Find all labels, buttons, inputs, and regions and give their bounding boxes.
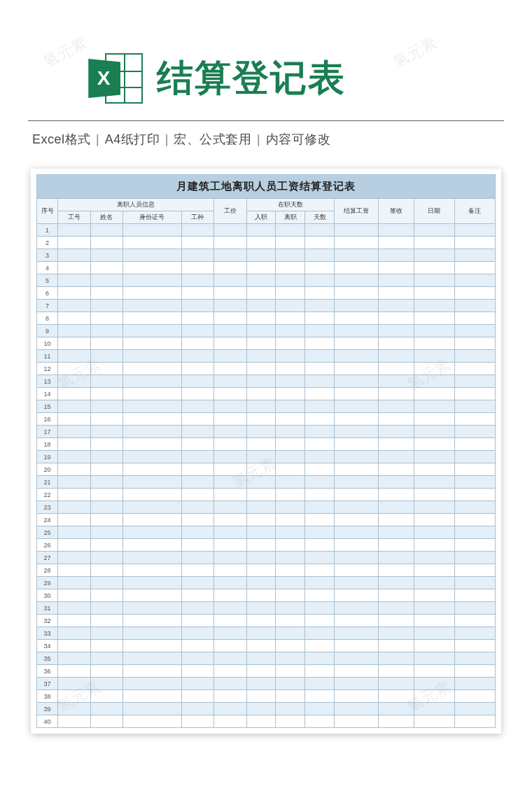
empty-cell [414, 249, 454, 262]
empty-cell [181, 262, 214, 274]
table-body: 1234567891011121314151617181920212223242… [37, 224, 496, 728]
empty-cell [334, 237, 378, 249]
empty-cell [276, 300, 305, 312]
empty-cell [123, 526, 182, 539]
empty-cell [90, 501, 122, 514]
empty-cell [378, 690, 414, 703]
table-row: 35 [37, 652, 496, 665]
empty-cell [276, 501, 305, 514]
row-number: 25 [37, 526, 58, 539]
empty-cell [246, 438, 276, 451]
empty-cell [246, 652, 276, 665]
row-number: 37 [37, 678, 58, 690]
empty-cell [246, 602, 276, 615]
empty-cell [58, 665, 90, 678]
empty-cell [378, 426, 414, 438]
empty-cell [414, 678, 454, 690]
empty-cell [214, 375, 246, 388]
empty-cell [305, 489, 335, 501]
empty-cell [378, 615, 414, 627]
empty-cell [334, 564, 378, 577]
empty-cell [58, 224, 90, 237]
empty-cell [305, 514, 335, 526]
empty-cell [334, 514, 378, 526]
empty-cell [276, 426, 305, 438]
empty-cell [181, 287, 214, 300]
table-row: 24 [37, 514, 496, 526]
empty-cell [305, 602, 335, 615]
empty-cell [454, 501, 495, 514]
empty-cell [414, 426, 454, 438]
empty-cell [214, 400, 246, 413]
empty-cell [378, 274, 414, 287]
empty-cell [414, 337, 454, 350]
empty-cell [123, 312, 182, 325]
empty-cell [454, 426, 495, 438]
row-number: 11 [37, 350, 58, 363]
empty-cell [214, 274, 246, 287]
row-number: 22 [37, 489, 58, 501]
empty-cell [181, 375, 214, 388]
empty-cell [378, 350, 414, 363]
empty-cell [58, 400, 90, 413]
empty-cell [123, 237, 182, 249]
empty-cell [276, 274, 305, 287]
empty-cell [123, 262, 182, 274]
empty-cell [305, 627, 335, 640]
empty-cell [276, 652, 305, 665]
empty-cell [90, 224, 122, 237]
empty-cell [378, 678, 414, 690]
row-number: 7 [37, 300, 58, 312]
empty-cell [414, 539, 454, 552]
empty-cell [305, 262, 335, 274]
empty-cell [378, 363, 414, 375]
empty-cell [378, 287, 414, 300]
empty-cell [454, 489, 495, 501]
empty-cell [334, 400, 378, 413]
meta-sep: | [96, 132, 99, 146]
empty-cell [181, 463, 214, 476]
row-number: 27 [37, 552, 58, 564]
table-row: 33 [37, 627, 496, 640]
empty-cell [414, 715, 454, 728]
empty-cell [58, 652, 90, 665]
empty-cell [214, 388, 246, 400]
row-number: 33 [37, 627, 58, 640]
empty-cell [454, 526, 495, 539]
empty-cell [181, 476, 214, 489]
empty-cell [305, 350, 335, 363]
empty-cell [123, 678, 182, 690]
empty-cell [334, 703, 378, 715]
empty-cell [90, 652, 122, 665]
empty-cell [90, 552, 122, 564]
row-number: 29 [37, 577, 58, 589]
empty-cell [214, 325, 246, 337]
empty-cell [454, 715, 495, 728]
empty-cell [414, 388, 454, 400]
empty-cell [123, 627, 182, 640]
empty-cell [334, 489, 378, 501]
empty-cell [214, 300, 246, 312]
empty-cell [181, 577, 214, 589]
empty-cell [246, 287, 276, 300]
empty-cell [214, 577, 246, 589]
meta-sep: | [257, 132, 260, 146]
empty-cell [454, 678, 495, 690]
empty-cell [90, 426, 122, 438]
empty-cell [123, 589, 182, 602]
empty-cell [181, 539, 214, 552]
empty-cell [454, 375, 495, 388]
empty-cell [123, 640, 182, 652]
empty-cell [58, 539, 90, 552]
empty-cell [414, 375, 454, 388]
empty-cell [246, 640, 276, 652]
empty-cell [378, 312, 414, 325]
empty-cell [454, 262, 495, 274]
empty-cell [214, 287, 246, 300]
empty-cell [214, 249, 246, 262]
empty-cell [90, 678, 122, 690]
empty-cell [181, 237, 214, 249]
empty-cell [378, 325, 414, 337]
empty-cell [214, 652, 246, 665]
table-row: 20 [37, 463, 496, 476]
